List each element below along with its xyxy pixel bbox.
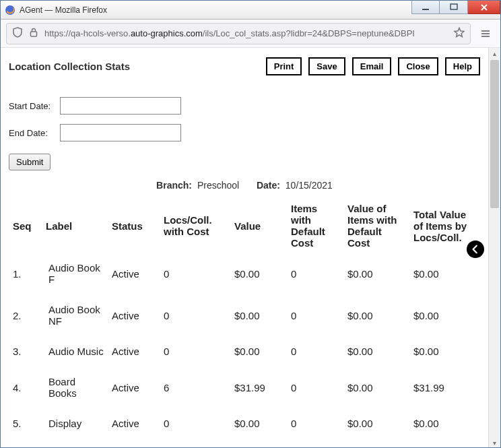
window-controls	[411, 1, 500, 14]
cell-locs: 0	[160, 336, 230, 366]
cell-total: $31.99	[409, 366, 480, 408]
cell-seq: 1.	[9, 253, 42, 294]
cell-total: $0.00	[409, 294, 480, 336]
vertical-scrollbar[interactable]: ▴ ▾	[488, 48, 500, 448]
submit-button[interactable]: Submit	[9, 154, 51, 170]
bookmark-star-icon[interactable]	[454, 27, 465, 40]
table-row: 5.DisplayActive0$0.000$0.00$0.00	[9, 408, 480, 439]
url-suffix: /ils/Loc_col_stats.asp?lidbr=24&DBPS=nep…	[203, 28, 415, 38]
cell-total: $0.00	[409, 253, 480, 294]
cell-valitems: $0.00	[343, 294, 409, 336]
browser-body: Location Collection Stats Print Save Ema…	[1, 48, 500, 448]
cell-items: 0	[287, 336, 343, 366]
th-value: Value	[230, 199, 287, 253]
cell-locs: 0	[160, 253, 230, 294]
svg-rect-3	[31, 32, 37, 36]
table-body: 1.Audio Book FActive0$0.000$0.00$0.002.A…	[9, 253, 480, 439]
cell-seq: 5.	[9, 408, 42, 439]
branch-value: Preschool	[197, 180, 239, 191]
page-title: Location Collection Stats	[9, 61, 130, 72]
address-bar: https://qa-hcols-verso.auto-graphics.com…	[1, 20, 500, 48]
cell-items: 0	[287, 294, 343, 336]
cell-items: 0	[287, 408, 343, 439]
start-date-row: Start Date:	[9, 97, 480, 115]
firefox-icon	[5, 5, 15, 15]
branch-label: Branch:	[156, 180, 192, 191]
app-window: AGent — Mozilla Firefox https://qa-hcols…	[0, 0, 501, 448]
scroll-thumb[interactable]	[490, 60, 499, 208]
print-button[interactable]: Print	[266, 57, 302, 75]
scroll-left-arrow-icon[interactable]	[467, 241, 484, 258]
th-locs: Locs/Coll. with Cost	[160, 199, 230, 253]
url-host: auto-graphics.com	[131, 28, 203, 38]
cell-label: Audio Book NF	[42, 294, 108, 336]
cell-items: 0	[287, 253, 343, 294]
cell-locs: 0	[160, 408, 230, 439]
start-date-label: Start Date:	[9, 101, 57, 111]
cell-seq: 2.	[9, 294, 42, 336]
cell-status: Active	[108, 294, 160, 336]
th-seq: Seq	[9, 199, 42, 253]
scroll-down-icon[interactable]: ▾	[489, 437, 500, 448]
shield-icon	[12, 27, 23, 40]
page-header: Location Collection Stats Print Save Ema…	[9, 57, 480, 75]
meta-row: Branch: Preschool Date: 10/15/2021	[9, 180, 480, 191]
start-date-input[interactable]	[60, 97, 181, 115]
svg-rect-2	[450, 4, 457, 9]
table-row: 2.Audio Book NFActive0$0.000$0.00$0.00	[9, 294, 480, 336]
cell-valitems: $0.00	[343, 408, 409, 439]
cell-value: $0.00	[230, 253, 287, 294]
th-status: Status	[108, 199, 160, 253]
cell-total: $0.00	[409, 408, 480, 439]
table-row: 4.Board BooksActive6$31.990$0.00$31.99	[9, 366, 480, 408]
th-valitems: Value of Items with Default Cost	[343, 199, 409, 253]
cell-valitems: $0.00	[343, 253, 409, 294]
cell-value: $0.00	[230, 336, 287, 366]
save-button[interactable]: Save	[308, 57, 345, 75]
close-window-button[interactable]	[468, 1, 500, 14]
cell-label: Display	[42, 408, 108, 439]
stats-table: Seq Label Status Locs/Coll. with Cost Va…	[9, 199, 480, 439]
stats-table-wrap: Seq Label Status Locs/Coll. with Cost Va…	[9, 199, 480, 439]
scroll-up-icon[interactable]: ▴	[489, 48, 500, 59]
lock-icon	[28, 27, 39, 40]
end-date-label: End Date:	[9, 128, 57, 138]
cell-status: Active	[108, 408, 160, 439]
titlebar: AGent — Mozilla Firefox	[1, 1, 500, 20]
cell-label: Audio Book F	[42, 253, 108, 294]
table-row: 1.Audio Book FActive0$0.000$0.00$0.00	[9, 253, 480, 294]
page-viewport: Location Collection Stats Print Save Ema…	[1, 48, 488, 448]
th-label: Label	[42, 199, 108, 253]
minimize-button[interactable]	[411, 1, 440, 14]
app-menu-button[interactable]	[476, 24, 495, 43]
svg-rect-1	[422, 9, 429, 10]
cell-items: 0	[287, 366, 343, 408]
cell-value: $0.00	[230, 294, 287, 336]
cell-status: Active	[108, 366, 160, 408]
url-box[interactable]: https://qa-hcols-verso.auto-graphics.com…	[6, 23, 471, 44]
cell-label: Audio Music	[42, 336, 108, 366]
action-buttons: Print Save Email Close Help	[266, 57, 480, 75]
close-button[interactable]: Close	[398, 57, 438, 75]
cell-locs: 0	[160, 294, 230, 336]
cell-valitems: $0.00	[343, 336, 409, 366]
cell-value: $0.00	[230, 408, 287, 439]
email-button[interactable]: Email	[352, 57, 392, 75]
cell-label: Board Books	[42, 366, 108, 408]
cell-locs: 6	[160, 366, 230, 408]
th-items: Items with Default Cost	[287, 199, 343, 253]
cell-valitems: $0.00	[343, 366, 409, 408]
table-row: 3.Audio MusicActive0$0.000$0.00$0.00	[9, 336, 480, 366]
cell-status: Active	[108, 336, 160, 366]
maximize-button[interactable]	[440, 1, 468, 14]
date-value: 10/15/2021	[286, 180, 333, 191]
page-content: Location Collection Stats Print Save Ema…	[1, 48, 488, 448]
url-prefix: https://qa-hcols-verso.	[44, 28, 131, 38]
date-form: Start Date: End Date: Submit	[9, 97, 480, 170]
cell-value: $31.99	[230, 366, 287, 408]
end-date-input[interactable]	[60, 124, 181, 141]
end-date-row: End Date:	[9, 124, 480, 141]
cell-status: Active	[108, 253, 160, 294]
help-button[interactable]: Help	[445, 57, 480, 75]
cell-seq: 3.	[9, 336, 42, 366]
